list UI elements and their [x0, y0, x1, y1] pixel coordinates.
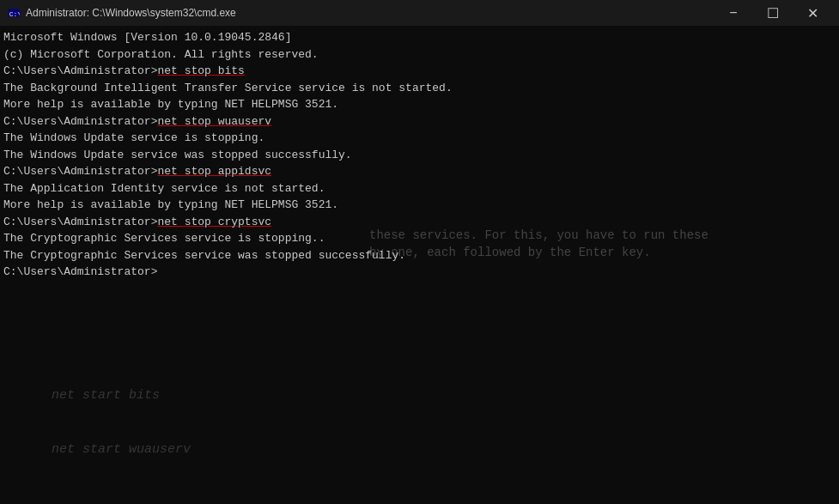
- title-bar-left: C:\ Administrator: C:\Windows\system32\c…: [7, 6, 236, 20]
- terminal-line: The Cryptographic Services service was s…: [3, 247, 836, 264]
- terminal-line: More help is available by typing NET HEL…: [3, 197, 836, 214]
- terminal-line: The Windows Update service was stopped s…: [3, 147, 836, 164]
- overlay-net-start-wuauserv: net start wuauserv: [52, 442, 191, 457]
- terminal-line: More help is available by typing NET HEL…: [3, 96, 836, 113]
- maximize-button[interactable]: ☐: [753, 0, 793, 26]
- terminal-line: C:\Users\Administrator>: [3, 264, 836, 281]
- terminal-content[interactable]: Microsoft Windows [Version 10.0.19045.28…: [0, 26, 839, 504]
- terminal-line: C:\Users\Administrator>net stop bits: [3, 63, 836, 80]
- terminal-line: C:\Users\Administrator>net stop wuauserv: [3, 113, 836, 131]
- terminal-line: The Application Identity service is not …: [3, 180, 836, 197]
- terminal-line: C:\Users\Administrator>net stop cryptsvc: [3, 214, 836, 231]
- cmd-window: C:\ Administrator: C:\Windows\system32\c…: [0, 0, 839, 504]
- title-bar-controls: − ☐ ✕: [714, 0, 832, 26]
- terminal-line: The Background Intelligent Transfer Serv…: [3, 80, 836, 97]
- cmd-icon: C:\: [7, 6, 21, 20]
- svg-text:C:\: C:\: [9, 10, 20, 18]
- title-bar: C:\ Administrator: C:\Windows\system32\c…: [0, 0, 839, 26]
- close-button[interactable]: ✕: [793, 0, 832, 26]
- terminal-line: C:\Users\Administrator>net stop appidsvc: [3, 163, 836, 180]
- terminal-line: The Windows Update service is stopping.: [3, 130, 836, 147]
- terminal-line: Microsoft Windows [Version 10.0.19045.28…: [3, 29, 836, 46]
- title-bar-text: Administrator: C:\Windows\system32\cmd.e…: [26, 7, 236, 19]
- terminal-line: (c) Microsoft Corporation. All rights re…: [3, 46, 836, 64]
- terminal-lines: Microsoft Windows [Version 10.0.19045.28…: [3, 29, 836, 281]
- overlay-net-start-bits: net start bits: [52, 388, 160, 403]
- minimize-button[interactable]: −: [714, 0, 753, 26]
- terminal-line: The Cryptographic Services service is st…: [3, 230, 836, 247]
